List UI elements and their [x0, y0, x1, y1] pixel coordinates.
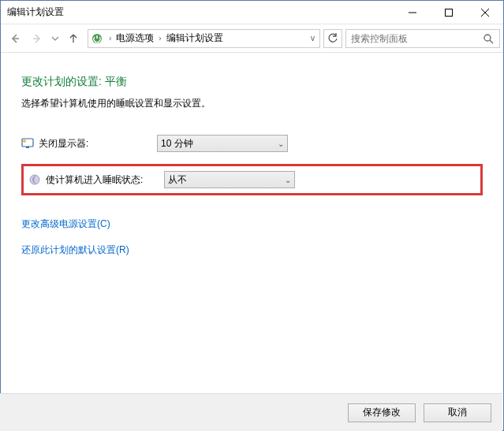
display-off-value: 10 分钟	[161, 137, 193, 150]
history-dropdown-button[interactable]	[48, 28, 62, 50]
refresh-icon	[327, 33, 338, 44]
cancel-button[interactable]: 取消	[424, 403, 491, 422]
navbar: › 电源选项 › 编辑计划设置 v	[1, 24, 503, 53]
sleep-select[interactable]: 从不 ⌄	[164, 171, 295, 188]
back-button[interactable]	[4, 28, 26, 50]
restore-defaults-link[interactable]: 还原此计划的默认设置(R)	[21, 243, 483, 257]
sleep-row-highlighted: 使计算机进入睡眠状态: 从不 ⌄	[21, 164, 483, 195]
display-off-row: 关闭显示器: 10 分钟 ⌄	[21, 132, 483, 154]
breadcrumb-chevron-icon: ›	[155, 34, 164, 43]
up-button[interactable]	[62, 28, 84, 50]
window-controls	[394, 1, 503, 24]
svg-rect-0	[446, 9, 453, 16]
save-button[interactable]: 保存修改	[348, 403, 416, 422]
breadcrumb-chevron-icon: ›	[106, 34, 114, 43]
maximize-icon	[445, 9, 453, 17]
display-off-label: 关闭显示器:	[39, 137, 157, 150]
breadcrumb-item-edit-plan[interactable]: 编辑计划设置	[165, 32, 225, 45]
monitor-icon	[21, 137, 34, 150]
svg-rect-4	[26, 147, 29, 148]
search-input[interactable]	[351, 33, 483, 44]
breadcrumb-dropdown-icon[interactable]: v	[306, 34, 319, 43]
page-title: 更改计划的设置: 平衡	[21, 75, 483, 89]
minimize-button[interactable]	[394, 1, 431, 24]
up-arrow-icon	[67, 32, 80, 45]
display-off-select[interactable]: 10 分钟 ⌄	[157, 135, 288, 152]
chevron-down-icon	[51, 35, 59, 43]
content-area: 更改计划的设置: 平衡 选择希望计算机使用的睡眠设置和显示设置。 关闭显示器: …	[1, 53, 503, 257]
window-title: 编辑计划设置	[1, 6, 64, 19]
breadcrumb-item-power[interactable]: 电源选项	[114, 32, 155, 45]
minimize-icon	[409, 9, 416, 17]
chevron-down-icon: ⌄	[278, 139, 284, 148]
forward-arrow-icon	[30, 32, 44, 46]
moon-icon	[28, 173, 41, 186]
sleep-label: 使计算机进入睡眠状态:	[46, 173, 164, 187]
sleep-value: 从不	[168, 173, 187, 187]
breadcrumb[interactable]: › 电源选项 › 编辑计划设置 v	[88, 29, 320, 48]
search-icon[interactable]	[483, 33, 495, 44]
back-arrow-icon	[8, 32, 22, 46]
close-icon	[481, 9, 489, 17]
forward-button[interactable]	[26, 28, 48, 50]
footer: 保存修改 取消	[0, 393, 502, 431]
svg-point-2	[484, 35, 491, 41]
maximize-button[interactable]	[431, 1, 467, 24]
search-box[interactable]	[345, 29, 500, 48]
page-description: 选择希望计算机使用的睡眠设置和显示设置。	[21, 97, 483, 110]
advanced-settings-link[interactable]: 更改高级电源设置(C)	[21, 217, 483, 231]
titlebar: 编辑计划设置	[1, 1, 503, 24]
svg-point-5	[23, 139, 26, 143]
close-button[interactable]	[467, 1, 503, 24]
power-options-icon	[88, 32, 106, 45]
chevron-down-icon: ⌄	[285, 176, 291, 184]
refresh-button[interactable]	[323, 29, 342, 48]
